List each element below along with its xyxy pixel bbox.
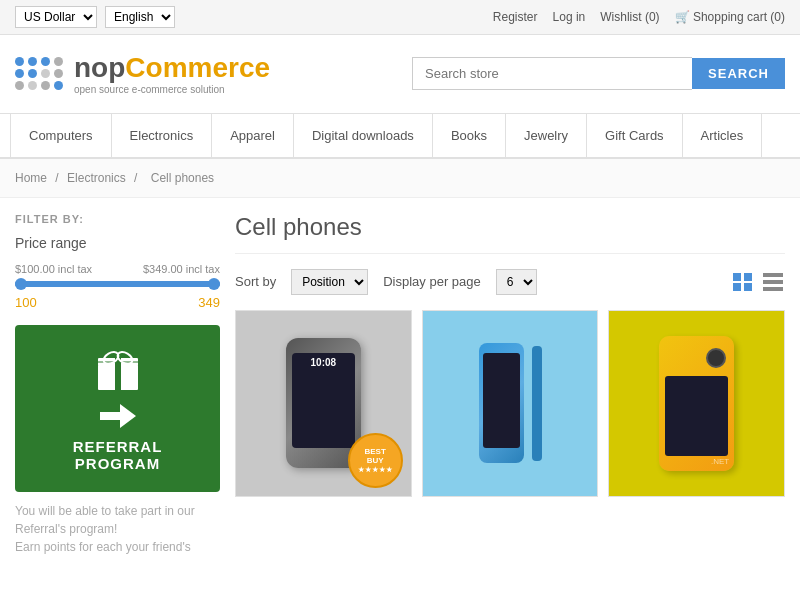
product-image-nokia: .NET bbox=[609, 311, 784, 496]
watermark: .NET bbox=[711, 457, 729, 466]
top-bar-right: Register Log in Wishlist (0) 🛒 Shopping … bbox=[493, 10, 785, 24]
price-max-label: $349.00 incl tax bbox=[143, 263, 220, 275]
breadcrumb: Home / Electronics / Cell phones bbox=[0, 159, 800, 198]
display-per-page-label: Display per page bbox=[383, 274, 481, 289]
product-card-htc-one-mini[interactable] bbox=[422, 310, 599, 497]
header: nopCommerce open source e-commerce solut… bbox=[0, 35, 800, 114]
nav-item-articles[interactable]: Articles bbox=[683, 114, 763, 157]
top-bar: US Dollar English Register Log in Wishli… bbox=[0, 0, 800, 35]
wishlist-link[interactable]: Wishlist (0) bbox=[600, 10, 659, 24]
referral-gift-icon bbox=[30, 345, 205, 397]
price-range-title: Price range bbox=[15, 235, 220, 251]
cart-link[interactable]: 🛒 Shopping cart (0) bbox=[675, 10, 785, 24]
svg-rect-8 bbox=[744, 273, 752, 281]
nav-item-books[interactable]: Books bbox=[433, 114, 506, 157]
price-max-value: 349 bbox=[198, 295, 220, 310]
breadcrumb-electronics[interactable]: Electronics bbox=[67, 171, 126, 185]
svg-rect-12 bbox=[763, 280, 783, 284]
cart-label: Shopping cart (0) bbox=[693, 10, 785, 24]
svg-rect-7 bbox=[733, 273, 741, 281]
referral-banner[interactable]: REFERRALPROGRAM bbox=[15, 325, 220, 492]
logo-brand: nopCommerce bbox=[74, 53, 270, 84]
breadcrumb-sep2: / bbox=[134, 171, 141, 185]
grid-view-icon[interactable] bbox=[731, 272, 755, 292]
referral-description: You will be able to take part in ourRefe… bbox=[15, 502, 220, 556]
breadcrumb-current: Cell phones bbox=[151, 171, 214, 185]
product-card-htc-one[interactable]: 10:08 BESTBUY ★★★★★ bbox=[235, 310, 412, 497]
price-min-value: 100 bbox=[15, 295, 37, 310]
product-card-nokia-lumia[interactable]: .NET bbox=[608, 310, 785, 497]
logo-tagline: open source e-commerce solution bbox=[74, 84, 270, 95]
breadcrumb-home[interactable]: Home bbox=[15, 171, 47, 185]
best-buy-badge: BESTBUY ★★★★★ bbox=[348, 433, 403, 488]
main-nav: Computers Electronics Apparel Digital do… bbox=[0, 114, 800, 159]
search-button[interactable]: SEARCH bbox=[692, 58, 785, 89]
language-select[interactable]: English bbox=[105, 6, 175, 28]
register-link[interactable]: Register bbox=[493, 10, 538, 24]
price-labels: $100.00 incl tax $349.00 incl tax bbox=[15, 263, 220, 275]
slider-fill bbox=[15, 281, 220, 287]
price-min-label: $100.00 incl tax bbox=[15, 263, 92, 275]
nav-item-apparel[interactable]: Apparel bbox=[212, 114, 294, 157]
login-link[interactable]: Log in bbox=[553, 10, 586, 24]
referral-arrow bbox=[30, 402, 205, 433]
top-bar-left: US Dollar English bbox=[15, 6, 175, 28]
list-view-icon[interactable] bbox=[761, 272, 785, 292]
product-image-htc-mini bbox=[423, 311, 598, 496]
logo-text: nopCommerce open source e-commerce solut… bbox=[74, 53, 270, 95]
main-content: FILTER BY: Price range $100.00 incl tax … bbox=[0, 198, 800, 571]
breadcrumb-sep1: / bbox=[55, 171, 62, 185]
nav-item-computers[interactable]: Computers bbox=[10, 114, 112, 157]
cart-icon: 🛒 bbox=[675, 10, 690, 24]
price-slider[interactable] bbox=[15, 281, 220, 287]
product-image-htc-one: 10:08 BESTBUY ★★★★★ bbox=[236, 311, 411, 496]
nokia-lumia-image: .NET bbox=[609, 311, 784, 496]
nav-item-digital-downloads[interactable]: Digital downloads bbox=[294, 114, 433, 157]
svg-rect-13 bbox=[763, 287, 783, 291]
sidebar: FILTER BY: Price range $100.00 incl tax … bbox=[15, 213, 220, 556]
sort-bar: Sort by Position Display per page 6 bbox=[235, 269, 785, 295]
htc-one-image: 10:08 BESTBUY ★★★★★ bbox=[236, 311, 411, 496]
svg-rect-11 bbox=[763, 273, 783, 277]
svg-rect-9 bbox=[733, 283, 741, 291]
svg-marker-6 bbox=[100, 404, 136, 428]
currency-select[interactable]: US Dollar bbox=[15, 6, 97, 28]
logo[interactable]: nopCommerce open source e-commerce solut… bbox=[15, 53, 270, 95]
price-values: 100 349 bbox=[15, 295, 220, 310]
search-input[interactable] bbox=[412, 57, 692, 90]
svg-rect-10 bbox=[744, 283, 752, 291]
sort-by-label: Sort by bbox=[235, 274, 276, 289]
view-icons bbox=[731, 272, 785, 292]
page-title: Cell phones bbox=[235, 213, 785, 254]
svg-rect-2 bbox=[115, 358, 121, 390]
logo-dots bbox=[15, 57, 64, 90]
referral-title: REFERRALPROGRAM bbox=[30, 438, 205, 472]
nav-item-jewelry[interactable]: Jewelry bbox=[506, 114, 587, 157]
sort-by-select[interactable]: Position bbox=[291, 269, 368, 295]
slider-thumb-left[interactable] bbox=[15, 278, 27, 290]
slider-thumb-right[interactable] bbox=[208, 278, 220, 290]
nav-item-gift-cards[interactable]: Gift Cards bbox=[587, 114, 683, 157]
search-bar: SEARCH bbox=[412, 57, 785, 90]
htc-mini-image bbox=[423, 311, 598, 496]
filter-by-label: FILTER BY: bbox=[15, 213, 220, 225]
product-grid: 10:08 BESTBUY ★★★★★ bbox=[235, 310, 785, 497]
nav-item-electronics[interactable]: Electronics bbox=[112, 114, 213, 157]
display-per-page-select[interactable]: 6 bbox=[496, 269, 537, 295]
products-area: Cell phones Sort by Position Display per… bbox=[235, 213, 785, 556]
